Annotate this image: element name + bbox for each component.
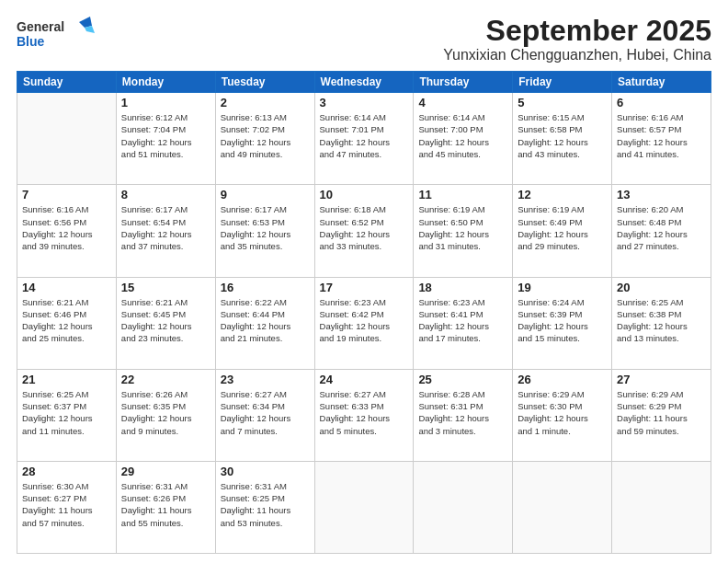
logo: General Blue (17, 15, 99, 52)
calendar-cell: 20Sunrise: 6:25 AM Sunset: 6:38 PM Dayli… (612, 277, 711, 369)
calendar-table: SundayMondayTuesdayWednesdayThursdayFrid… (17, 71, 711, 554)
calendar-cell (513, 461, 612, 553)
day-number: 13 (617, 188, 706, 201)
day-number: 21 (22, 373, 111, 386)
calendar-cell: 26Sunrise: 6:29 AM Sunset: 6:30 PM Dayli… (513, 369, 612, 461)
day-info: Sunrise: 6:29 AM Sunset: 6:29 PM Dayligh… (617, 388, 706, 437)
day-number: 16 (221, 281, 310, 294)
calendar-cell (414, 461, 513, 553)
day-info: Sunrise: 6:29 AM Sunset: 6:30 PM Dayligh… (518, 388, 607, 437)
day-number: 19 (518, 281, 607, 294)
calendar-cell: 19Sunrise: 6:24 AM Sunset: 6:39 PM Dayli… (513, 277, 612, 369)
day-info: Sunrise: 6:25 AM Sunset: 6:37 PM Dayligh… (22, 388, 111, 437)
logo-svg: General Blue (17, 15, 99, 52)
location-subtitle: Yunxixian Chengguanzhen, Hubei, China (443, 47, 711, 63)
day-info: Sunrise: 6:16 AM Sunset: 6:56 PM Dayligh… (22, 203, 111, 252)
day-info: Sunrise: 6:27 AM Sunset: 6:34 PM Dayligh… (221, 388, 310, 437)
calendar-cell: 18Sunrise: 6:23 AM Sunset: 6:41 PM Dayli… (414, 277, 513, 369)
calendar-cell: 6Sunrise: 6:16 AM Sunset: 6:57 PM Daylig… (612, 93, 711, 185)
day-info: Sunrise: 6:19 AM Sunset: 6:49 PM Dayligh… (518, 203, 607, 252)
calendar-cell: 13Sunrise: 6:20 AM Sunset: 6:48 PM Dayli… (612, 185, 711, 277)
calendar-cell: 14Sunrise: 6:21 AM Sunset: 6:46 PM Dayli… (17, 277, 117, 369)
day-number: 9 (221, 188, 310, 201)
day-info: Sunrise: 6:31 AM Sunset: 6:26 PM Dayligh… (121, 480, 210, 529)
day-number: 25 (418, 373, 507, 386)
calendar-week-row: 21Sunrise: 6:25 AM Sunset: 6:37 PM Dayli… (17, 369, 711, 461)
day-number: 24 (320, 373, 409, 386)
day-info: Sunrise: 6:31 AM Sunset: 6:25 PM Dayligh… (221, 480, 310, 529)
day-info: Sunrise: 6:23 AM Sunset: 6:41 PM Dayligh… (418, 296, 507, 345)
calendar-cell: 7Sunrise: 6:16 AM Sunset: 6:56 PM Daylig… (17, 185, 117, 277)
calendar-cell: 21Sunrise: 6:25 AM Sunset: 6:37 PM Dayli… (17, 369, 117, 461)
day-header-wednesday: Wednesday (314, 72, 414, 93)
header: General Blue September 2025 Yunxixian Ch… (17, 15, 711, 63)
calendar-cell: 11Sunrise: 6:19 AM Sunset: 6:50 PM Dayli… (414, 185, 513, 277)
calendar-week-row: 7Sunrise: 6:16 AM Sunset: 6:56 PM Daylig… (17, 185, 711, 277)
calendar-cell: 16Sunrise: 6:22 AM Sunset: 6:44 PM Dayli… (215, 277, 314, 369)
day-info: Sunrise: 6:14 AM Sunset: 7:00 PM Dayligh… (418, 111, 507, 160)
calendar-cell: 8Sunrise: 6:17 AM Sunset: 6:54 PM Daylig… (116, 185, 215, 277)
day-number: 22 (121, 373, 210, 386)
svg-text:General: General (17, 19, 64, 34)
calendar-cell: 22Sunrise: 6:26 AM Sunset: 6:35 PM Dayli… (116, 369, 215, 461)
calendar-header-row: SundayMondayTuesdayWednesdayThursdayFrid… (17, 72, 711, 93)
calendar-cell: 29Sunrise: 6:31 AM Sunset: 6:26 PM Dayli… (116, 461, 215, 553)
day-number: 30 (221, 465, 310, 478)
day-info: Sunrise: 6:24 AM Sunset: 6:39 PM Dayligh… (518, 296, 607, 345)
day-header-monday: Monday (116, 72, 215, 93)
day-number: 26 (518, 373, 607, 386)
day-info: Sunrise: 6:30 AM Sunset: 6:27 PM Dayligh… (22, 480, 111, 529)
day-number: 8 (121, 188, 210, 201)
day-number: 20 (617, 281, 706, 294)
day-number: 11 (418, 188, 507, 201)
day-number: 29 (121, 465, 210, 478)
day-header-thursday: Thursday (414, 72, 513, 93)
day-number: 4 (418, 96, 507, 109)
day-info: Sunrise: 6:26 AM Sunset: 6:35 PM Dayligh… (121, 388, 210, 437)
day-info: Sunrise: 6:12 AM Sunset: 7:04 PM Dayligh… (121, 111, 210, 160)
day-number: 7 (22, 188, 111, 201)
day-info: Sunrise: 6:16 AM Sunset: 6:57 PM Dayligh… (617, 111, 706, 160)
day-header-sunday: Sunday (17, 72, 117, 93)
day-info: Sunrise: 6:21 AM Sunset: 6:46 PM Dayligh… (22, 296, 111, 345)
day-info: Sunrise: 6:20 AM Sunset: 6:48 PM Dayligh… (617, 203, 706, 252)
day-header-saturday: Saturday (612, 72, 711, 93)
calendar-cell (612, 461, 711, 553)
calendar-cell: 1Sunrise: 6:12 AM Sunset: 7:04 PM Daylig… (116, 93, 215, 185)
day-info: Sunrise: 6:17 AM Sunset: 6:53 PM Dayligh… (221, 203, 310, 252)
month-title: September 2025 (443, 15, 711, 47)
calendar-cell: 28Sunrise: 6:30 AM Sunset: 6:27 PM Dayli… (17, 461, 117, 553)
calendar-week-row: 14Sunrise: 6:21 AM Sunset: 6:46 PM Dayli… (17, 277, 711, 369)
day-number: 23 (221, 373, 310, 386)
calendar-cell: 4Sunrise: 6:14 AM Sunset: 7:00 PM Daylig… (414, 93, 513, 185)
calendar-cell: 24Sunrise: 6:27 AM Sunset: 6:33 PM Dayli… (314, 369, 414, 461)
page: General Blue September 2025 Yunxixian Ch… (0, 0, 728, 563)
day-number: 28 (22, 465, 111, 478)
calendar-week-row: 28Sunrise: 6:30 AM Sunset: 6:27 PM Dayli… (17, 461, 711, 553)
day-info: Sunrise: 6:19 AM Sunset: 6:50 PM Dayligh… (418, 203, 507, 252)
calendar-cell: 30Sunrise: 6:31 AM Sunset: 6:25 PM Dayli… (215, 461, 314, 553)
day-number: 27 (617, 373, 706, 386)
day-info: Sunrise: 6:17 AM Sunset: 6:54 PM Dayligh… (121, 203, 210, 252)
day-number: 14 (22, 281, 111, 294)
day-number: 2 (221, 96, 310, 109)
svg-text:Blue: Blue (17, 34, 45, 49)
calendar-cell: 3Sunrise: 6:14 AM Sunset: 7:01 PM Daylig… (314, 93, 414, 185)
calendar-cell: 25Sunrise: 6:28 AM Sunset: 6:31 PM Dayli… (414, 369, 513, 461)
calendar-cell: 15Sunrise: 6:21 AM Sunset: 6:45 PM Dayli… (116, 277, 215, 369)
day-header-tuesday: Tuesday (215, 72, 314, 93)
calendar-cell (17, 93, 117, 185)
day-info: Sunrise: 6:25 AM Sunset: 6:38 PM Dayligh… (617, 296, 706, 345)
day-number: 6 (617, 96, 706, 109)
day-info: Sunrise: 6:15 AM Sunset: 6:58 PM Dayligh… (518, 111, 607, 160)
day-info: Sunrise: 6:23 AM Sunset: 6:42 PM Dayligh… (320, 296, 409, 345)
day-number: 15 (121, 281, 210, 294)
day-info: Sunrise: 6:28 AM Sunset: 6:31 PM Dayligh… (418, 388, 507, 437)
day-info: Sunrise: 6:18 AM Sunset: 6:52 PM Dayligh… (320, 203, 409, 252)
day-number: 1 (121, 96, 210, 109)
calendar-cell: 10Sunrise: 6:18 AM Sunset: 6:52 PM Dayli… (314, 185, 414, 277)
calendar-cell: 5Sunrise: 6:15 AM Sunset: 6:58 PM Daylig… (513, 93, 612, 185)
calendar-cell (314, 461, 414, 553)
svg-marker-2 (79, 17, 92, 28)
day-info: Sunrise: 6:21 AM Sunset: 6:45 PM Dayligh… (121, 296, 210, 345)
